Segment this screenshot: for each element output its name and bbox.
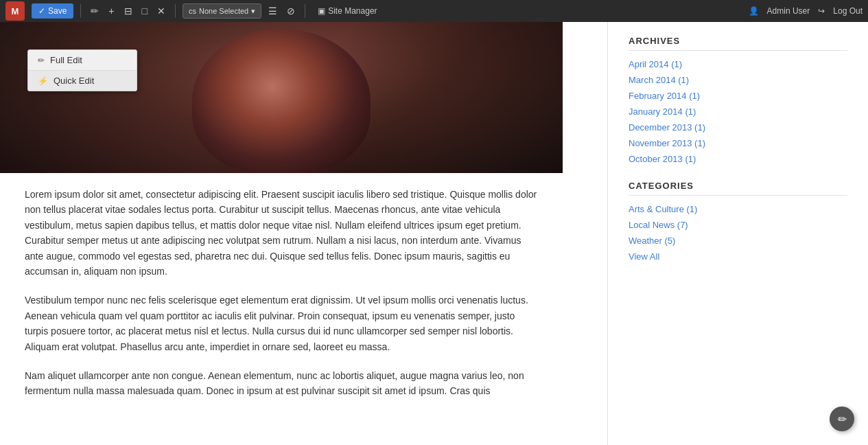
delete-icon[interactable]: ✕ bbox=[154, 4, 168, 18]
hero-image: ✏ Full Edit ⚡ Quick Edit bbox=[0, 22, 563, 173]
site-manager-label: Site Manager bbox=[328, 6, 377, 16]
save-button[interactable]: ✓ Save bbox=[32, 3, 73, 19]
list-icon[interactable]: ☰ bbox=[266, 4, 280, 18]
full-edit-label: Full Edit bbox=[50, 55, 82, 65]
categories-heading: CATEGORIES bbox=[629, 181, 847, 196]
archive-link[interactable]: March 2014 (1) bbox=[629, 75, 847, 85]
article-paragraph-3: Nam aliquet ullamcorper ante non congue.… bbox=[25, 368, 538, 399]
archive-link[interactable]: December 2013 (1) bbox=[629, 122, 847, 133]
logout-icon: ↪ bbox=[818, 6, 825, 16]
prohibit-icon[interactable]: ⊘ bbox=[284, 4, 298, 18]
full-edit-icon: ✏ bbox=[38, 56, 45, 65]
cs-label: cs bbox=[189, 7, 196, 15]
content-area: ✏ Full Edit ⚡ Quick Edit Lorem ipsum dol… bbox=[0, 22, 607, 445]
save-check-icon: ✓ bbox=[38, 6, 45, 16]
move-icon[interactable]: □ bbox=[139, 4, 150, 18]
article-paragraph-2: Vestibulum tempor nunc nec felis sceleri… bbox=[25, 293, 538, 354]
archive-link[interactable]: October 2013 (1) bbox=[629, 154, 847, 164]
category-link[interactable]: Arts & Culture (1) bbox=[629, 204, 847, 214]
site-manager-button[interactable]: ▣ Site Manager bbox=[312, 5, 382, 17]
full-edit-item[interactable]: ✏ Full Edit bbox=[28, 50, 137, 71]
archives-heading: ARCHIVES bbox=[629, 36, 847, 51]
admin-user-link[interactable]: Admin User bbox=[767, 6, 810, 16]
separator-3 bbox=[305, 4, 305, 18]
dropdown-arrow-icon: ▾ bbox=[251, 7, 255, 16]
category-link[interactable]: View All bbox=[629, 251, 847, 262]
categories-section: CATEGORIES Arts & Culture (1)Local News … bbox=[629, 181, 847, 262]
article-body: Lorem ipsum dolor sit amet, consectetur … bbox=[0, 173, 563, 426]
sidebar: ARCHIVES April 2014 (1)March 2014 (1)Feb… bbox=[607, 22, 868, 445]
copy-icon[interactable]: ⊟ bbox=[121, 4, 135, 18]
archives-list: April 2014 (1)March 2014 (1)February 201… bbox=[629, 59, 847, 164]
mura-logo: M bbox=[5, 1, 25, 21]
article-paragraph-1: Lorem ipsum dolor sit amet, consectetur … bbox=[25, 187, 538, 279]
log-out-link[interactable]: Log Out bbox=[833, 6, 863, 16]
quick-edit-item[interactable]: ⚡ Quick Edit bbox=[28, 71, 137, 91]
face-silhouette bbox=[192, 29, 371, 173]
top-toolbar: M ✓ Save ✏ + ⊟ □ ✕ cs None Selected ▾ ☰ … bbox=[0, 0, 868, 22]
category-link[interactable]: Local News (7) bbox=[629, 220, 847, 230]
save-label: Save bbox=[48, 6, 67, 16]
edit-pencil-button[interactable]: ✏ bbox=[830, 407, 854, 431]
archive-link[interactable]: November 2013 (1) bbox=[629, 138, 847, 148]
quick-edit-label: Quick Edit bbox=[54, 76, 94, 86]
archives-section: ARCHIVES April 2014 (1)March 2014 (1)Feb… bbox=[629, 36, 847, 164]
category-link[interactable]: Weather (5) bbox=[629, 236, 847, 246]
categories-list: Arts & Culture (1)Local News (7)Weather … bbox=[629, 204, 847, 262]
none-selected-label: None Selected bbox=[199, 7, 248, 15]
separator-2 bbox=[175, 4, 176, 18]
archive-link[interactable]: January 2014 (1) bbox=[629, 106, 847, 117]
none-selected-button[interactable]: cs None Selected ▾ bbox=[183, 3, 261, 19]
site-manager-icon: ▣ bbox=[318, 6, 325, 16]
separator-1 bbox=[80, 4, 81, 18]
add-icon[interactable]: + bbox=[106, 4, 117, 18]
quick-edit-icon: ⚡ bbox=[38, 76, 48, 86]
edit-toolbar-dropdown: ✏ Full Edit ⚡ Quick Edit bbox=[27, 49, 137, 91]
main-layout: ✏ Full Edit ⚡ Quick Edit Lorem ipsum dol… bbox=[0, 22, 868, 445]
pencil-icon[interactable]: ✏ bbox=[88, 4, 102, 18]
archive-link[interactable]: February 2014 (1) bbox=[629, 91, 847, 101]
admin-user-icon: 👤 bbox=[749, 6, 759, 16]
archive-link[interactable]: April 2014 (1) bbox=[629, 59, 847, 69]
toolbar-right: 👤 Admin User ↪ Log Out bbox=[749, 6, 863, 16]
